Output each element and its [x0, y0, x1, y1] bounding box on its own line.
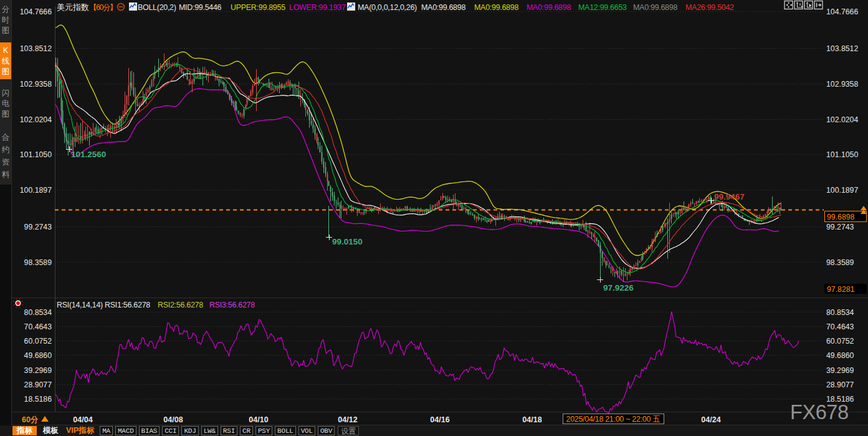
svg-text:102.9358: 102.9358 [20, 80, 52, 89]
svg-text:97.8281: 97.8281 [827, 285, 855, 294]
svg-text:100.1897: 100.1897 [826, 186, 858, 195]
svg-text:99.2743: 99.2743 [826, 223, 854, 231]
svg-text:100.1897: 100.1897 [20, 186, 52, 195]
svg-text:2025/04/18 21:00 ~ 22:00 五: 2025/04/18 21:00 ~ 22:00 五 [566, 415, 660, 424]
svg-text:80.8534: 80.8534 [24, 308, 52, 317]
svg-text:RSI3:56.6278: RSI3:56.6278 [209, 301, 255, 309]
svg-text:102.0204: 102.0204 [826, 115, 858, 124]
svg-text:BOLL(20,2): BOLL(20,2) [138, 3, 176, 12]
svg-text:04/18: 04/18 [522, 415, 541, 424]
svg-text:MA(0,0,0,12,0,26): MA(0,0,0,12,0,26) [358, 3, 417, 12]
svg-text:04/04: 04/04 [73, 415, 92, 424]
svg-text:99.6898: 99.6898 [827, 213, 855, 221]
svg-text:28.9077: 28.9077 [826, 380, 854, 389]
svg-text:04/12: 04/12 [338, 415, 357, 424]
svg-text:99.0150: 99.0150 [332, 237, 363, 246]
svg-text:39.2969: 39.2969 [826, 366, 854, 375]
svg-text:80.8534: 80.8534 [826, 308, 854, 317]
svg-text:RSI2:56.6278: RSI2:56.6278 [158, 301, 203, 309]
svg-text:101.2560: 101.2560 [71, 150, 106, 159]
svg-text:【60分】: 【60分】 [89, 3, 117, 12]
svg-text:103.8512: 103.8512 [826, 44, 858, 53]
svg-text:98.3589: 98.3589 [24, 258, 52, 267]
svg-text:UPPER:99.8955: UPPER:99.8955 [231, 3, 285, 12]
svg-text:97.9226: 97.9226 [603, 283, 634, 293]
svg-text:MID:99.5446: MID:99.5446 [179, 3, 222, 12]
svg-text:70.4643: 70.4643 [24, 322, 52, 331]
svg-text:04/10: 04/10 [249, 415, 268, 424]
svg-text:60.0752: 60.0752 [24, 337, 52, 346]
svg-text:MA0:99.6898: MA0:99.6898 [474, 3, 518, 12]
svg-text:49.6860: 49.6860 [24, 351, 52, 360]
svg-text:101.1050: 101.1050 [826, 150, 858, 159]
svg-text:49.6860: 49.6860 [826, 351, 854, 360]
svg-text:60分: 60分 [22, 415, 39, 424]
svg-text:104.7666: 104.7666 [826, 7, 858, 16]
svg-text:04/08: 04/08 [163, 415, 183, 424]
svg-text:RSI(14,14,14) RSI1:56.6278: RSI(14,14,14) RSI1:56.6278 [57, 301, 150, 309]
svg-text:28.9077: 28.9077 [24, 380, 52, 389]
svg-text:美元指数: 美元指数 [57, 2, 89, 12]
svg-text:04/16: 04/16 [430, 415, 449, 424]
svg-text:102.0204: 102.0204 [20, 115, 52, 124]
svg-text:99.2743: 99.2743 [24, 223, 52, 231]
svg-text:04/24: 04/24 [701, 415, 720, 424]
svg-text:MA0:99.6898: MA0:99.6898 [527, 3, 571, 12]
svg-text:FX678: FX678 [790, 401, 849, 424]
svg-text:102.9358: 102.9358 [826, 80, 858, 89]
svg-text:MA0:99.6898: MA0:99.6898 [633, 3, 677, 12]
svg-text:103.8512: 103.8512 [20, 44, 52, 53]
svg-text:70.4643: 70.4643 [826, 322, 854, 331]
svg-text:39.2969: 39.2969 [24, 366, 52, 375]
svg-text:60.0752: 60.0752 [826, 337, 854, 346]
svg-text:18.5186: 18.5186 [24, 395, 52, 404]
svg-text:104.7666: 104.7666 [20, 7, 52, 16]
svg-text:MA26:99.5042: MA26:99.5042 [685, 3, 734, 12]
svg-text:99.9467: 99.9467 [714, 192, 745, 201]
svg-text:98.3589: 98.3589 [826, 258, 854, 267]
svg-text:LOWER:99.1937: LOWER:99.1937 [289, 3, 346, 12]
svg-text:101.1050: 101.1050 [20, 150, 52, 159]
svg-text:MA12:99.6653: MA12:99.6653 [578, 3, 627, 12]
svg-text:MA0:99.6898: MA0:99.6898 [421, 3, 465, 12]
